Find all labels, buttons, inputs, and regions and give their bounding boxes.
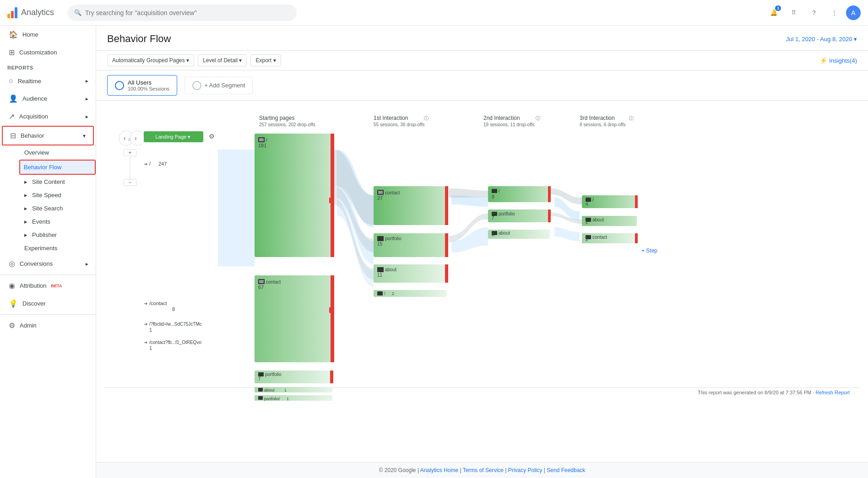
all-users-circle [115, 81, 124, 90]
date-range[interactable]: Jul 1, 2020 - Aug 8, 2020 ▾ [786, 36, 857, 43]
all-users-segment[interactable]: All Users 100.00% Sessions [107, 75, 177, 96]
sidebar-item-site-speed[interactable]: ▸ Site Speed [19, 188, 96, 202]
export-button[interactable]: Export ▾ [250, 54, 281, 66]
sidebar-item-attribution[interactable]: ◉ Attribution BETA [0, 277, 96, 295]
conversions-icon: ◎ [9, 259, 15, 268]
svg-rect-75 [374, 264, 447, 283]
sidebar-item-site-content[interactable]: ▸ Site Content [19, 175, 96, 188]
svg-text:/: / [266, 138, 267, 143]
add-segment-button[interactable]: + Add Segment [184, 77, 253, 94]
privacy-link[interactable]: Privacy Policy [508, 467, 542, 473]
logo-bar-3 [15, 7, 17, 18]
sidebar-item-overview[interactable]: Overview [19, 146, 96, 159]
svg-text:3rd Interaction: 3rd Interaction [580, 115, 615, 121]
svg-text:2: 2 [586, 237, 588, 242]
sidebar-label-customization: Customization [19, 49, 57, 56]
svg-text:1: 1 [284, 388, 287, 392]
svg-text:about: about [592, 217, 604, 222]
report-info: This report was generated on 8/9/20 at 7… [698, 390, 815, 395]
sidebar-divider [0, 274, 96, 275]
svg-text:+: + [128, 150, 131, 156]
expand-icon-audience: ▸ [86, 96, 88, 102]
top-right-actions: 🔔 3 ⠿ ? ⋮ A [765, 5, 861, 21]
sidebar-item-discover[interactable]: 💡 Discover [0, 295, 96, 312]
auto-grouped-button[interactable]: Automatically Grouped Pages ▾ [107, 54, 194, 66]
segment-info: All Users 100.00% Sessions [128, 79, 169, 91]
svg-text:/: / [499, 188, 500, 193]
sidebar-item-experiments[interactable]: Experiments [19, 242, 96, 255]
page-header: Behavior Flow Jul 1, 2020 - Aug 8, 2020 … [96, 26, 868, 51]
refresh-link[interactable]: Refresh Report [815, 390, 850, 395]
svg-rect-76 [377, 267, 384, 272]
search-input[interactable] [85, 9, 290, 16]
svg-text:55 sessions, 36 drop-offs: 55 sessions, 36 drop-offs [374, 122, 425, 127]
svg-text:contact: contact [385, 190, 400, 195]
svg-text:portfolio/: portfolio/ [264, 397, 280, 401]
sidebar-item-conversions[interactable]: ◎ Conversions ▸ [0, 255, 96, 273]
segment-label: All Users [128, 79, 169, 86]
sidebar-label-overview: Overview [24, 149, 49, 156]
search-bar[interactable]: 🔍 [68, 5, 297, 21]
add-segment-circle [192, 81, 201, 90]
more-options-button[interactable]: ⋮ [826, 5, 842, 21]
sidebar-label-attribution: Attribution [20, 282, 47, 289]
notifications-button[interactable]: 🔔 3 [765, 5, 782, 21]
svg-rect-49 [331, 275, 334, 362]
toolbar: Automatically Grouped Pages ▾ Level of D… [96, 51, 868, 70]
svg-rect-89 [488, 209, 550, 222]
expand-arrow-site-speed: ▸ [24, 192, 27, 199]
svg-rect-70 [374, 233, 447, 257]
level-detail-button[interactable]: Level of Detail ▾ [198, 54, 247, 66]
logo-bar-2 [11, 11, 14, 18]
logo-area: Analytics [7, 7, 62, 18]
svg-text:9: 9 [492, 194, 494, 199]
sidebar-label-behavior: Behavior [21, 132, 44, 139]
svg-rect-57 [258, 388, 263, 392]
sidebar-label-home: Home [22, 31, 38, 38]
svg-text:/?fbclid=lw...SdC75JcTMc: /?fbclid=lw...SdC75JcTMc [149, 322, 202, 327]
expand-arrow-site-content: ▸ [24, 178, 27, 185]
expand-arrow-site-search: ▸ [24, 205, 27, 212]
sidebar-item-behavior[interactable]: ⊟ Behavior ▾ [3, 127, 93, 145]
avatar[interactable]: A [846, 5, 861, 20]
top-navigation: Analytics 🔍 🔔 3 ⠿ ? ⋮ A [0, 0, 868, 26]
sidebar-item-publisher[interactable]: ▸ Publisher [19, 228, 96, 242]
sidebar-item-realtime[interactable]: ○ Realtime ▸ [0, 72, 96, 90]
sidebar-item-audience[interactable]: 👤 Audience ▸ [0, 90, 96, 107]
sidebar-item-customization[interactable]: ⊞ Customization [0, 43, 96, 61]
expand-icon-acquisition: ▸ [86, 113, 88, 120]
sidebar-item-admin[interactable]: ⚙ Admin [0, 317, 96, 334]
svg-rect-69 [445, 186, 448, 225]
expand-arrow-publisher: ▸ [24, 231, 27, 238]
sidebar-divider-2 [0, 314, 96, 315]
sidebar-item-home[interactable]: 🏠 Home [0, 26, 96, 43]
svg-text:ⓘ: ⓘ [424, 116, 429, 121]
sidebar-label-conversions: Conversions [20, 260, 53, 267]
sidebar-item-site-search[interactable]: ▸ Site Search [19, 202, 96, 215]
svg-rect-79 [445, 264, 448, 283]
svg-text:19 sessions, 11 drop-offs: 19 sessions, 11 drop-offs [483, 122, 535, 127]
svg-rect-84 [488, 186, 550, 202]
sidebar-item-behavior-flow[interactable]: Behavior Flow [20, 161, 95, 174]
add-segment-label: + Add Segment [204, 82, 245, 89]
svg-text:portfolio: portfolio [265, 372, 282, 377]
svg-text:247: 247 [158, 161, 167, 166]
analytics-home-link[interactable]: Analytics Home [420, 467, 458, 473]
logo-icon [7, 7, 17, 18]
svg-rect-50 [329, 307, 331, 313]
sidebar-item-acquisition[interactable]: ↗ Acquisition ▸ [0, 107, 96, 125]
svg-text:portfolio: portfolio [499, 211, 515, 216]
sidebar-label-site-content: Site Content [32, 178, 65, 185]
sidebar-label-events: Events [32, 218, 50, 225]
help-button[interactable]: ? [806, 5, 822, 21]
svg-text:➜: ➜ [144, 322, 147, 327]
terms-link[interactable]: Terms of Service [463, 467, 504, 473]
apps-button[interactable]: ⠿ [786, 5, 802, 21]
insights-button[interactable]: ⚡ Insights(4) [819, 57, 857, 64]
svg-text:Starting pages: Starting pages [259, 115, 294, 121]
admin-icon: ⚙ [9, 321, 15, 330]
svg-text:contact: contact [266, 279, 281, 285]
svg-rect-43 [329, 198, 331, 203]
feedback-link[interactable]: Send Feedback [547, 467, 585, 473]
sidebar-item-events[interactable]: ▸ Events [19, 215, 96, 228]
